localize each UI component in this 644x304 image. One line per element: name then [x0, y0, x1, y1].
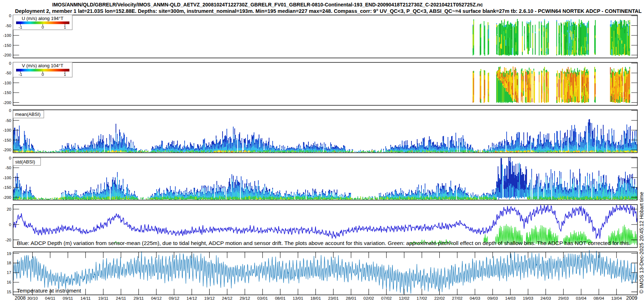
svg-text:Deployment 2, member 1 lat=21.: Deployment 2, member 1 lat=21.03S lon=15… — [15, 8, 641, 14]
svg-text:© IMOS 13-Dec-2025 20:45:12 Ho: © IMOS 13-Dec-2025 20:45:12 Hobart time — [639, 192, 644, 294]
svg-text:-150: -150 — [3, 185, 11, 190]
svg-text:1: 1 — [64, 72, 66, 77]
svg-text:18/01: 18/01 — [310, 296, 321, 301]
svg-text:09/11: 09/11 — [63, 296, 73, 301]
svg-text:19: 19 — [7, 251, 11, 256]
svg-text:14/03: 14/03 — [505, 296, 516, 301]
svg-text:Temperature at instrument: Temperature at instrument — [17, 288, 81, 294]
svg-text:-1: -1 — [19, 25, 22, 29]
svg-text:13/04: 13/04 — [611, 296, 622, 301]
svg-text:0: 0 — [9, 14, 11, 18]
svg-text:1: 1 — [64, 25, 66, 29]
svg-text:17/02: 17/02 — [416, 296, 427, 301]
svg-text:29/03: 29/03 — [558, 296, 569, 301]
svg-text:07/02: 07/02 — [381, 296, 392, 301]
svg-text:20: 20 — [7, 207, 11, 211]
svg-text:-50: -50 — [5, 24, 11, 28]
svg-text:-200: -200 — [3, 53, 11, 57]
svg-text:16: 16 — [7, 280, 11, 284]
svg-text:29/11: 29/11 — [133, 296, 144, 301]
svg-text:0: 0 — [9, 156, 11, 160]
svg-text:24/11: 24/11 — [116, 296, 126, 301]
svg-text:2008: 2008 — [15, 295, 26, 301]
svg-text:0: 0 — [42, 72, 44, 77]
svg-text:-50: -50 — [5, 166, 11, 170]
svg-text:12/02: 12/02 — [399, 296, 410, 301]
svg-text:-200: -200 — [3, 100, 11, 105]
svg-text:-100: -100 — [3, 176, 11, 180]
svg-text:-200: -200 — [3, 195, 11, 200]
svg-text:-100: -100 — [3, 33, 11, 38]
svg-text:14/11: 14/11 — [80, 296, 91, 301]
svg-text:22/02: 22/02 — [434, 296, 445, 301]
svg-text:0: 0 — [9, 108, 11, 113]
svg-text:-20: -20 — [5, 238, 11, 242]
svg-text:14/12: 14/12 — [186, 296, 197, 301]
svg-text:-1: -1 — [19, 72, 22, 77]
svg-text:V (m/s) along 104°T: V (m/s) along 104°T — [22, 63, 63, 68]
svg-text:-50: -50 — [5, 71, 11, 75]
svg-text:30/10: 30/10 — [27, 296, 38, 301]
svg-text:04/03: 04/03 — [470, 296, 480, 301]
svg-text:IMOS/ANMN/QLD/GBRELR/Velocity/: IMOS/ANMN/QLD/GBRELR/Velocity/IMOS_ANMN-… — [52, 2, 483, 8]
svg-text:24/12: 24/12 — [222, 296, 233, 301]
svg-text:-100: -100 — [3, 81, 11, 85]
svg-text:09/12: 09/12 — [169, 296, 180, 301]
svg-text:02/02: 02/02 — [364, 296, 374, 301]
svg-text:U (m/s) along 194°T: U (m/s) along 194°T — [22, 16, 64, 21]
svg-text:24/03: 24/03 — [541, 296, 551, 301]
svg-text:std(ABSI): std(ABSI) — [15, 159, 35, 165]
svg-text:15: 15 — [7, 290, 11, 294]
svg-text:08/01: 08/01 — [275, 296, 286, 301]
svg-text:-200: -200 — [3, 148, 11, 152]
svg-text:19/03: 19/03 — [523, 296, 533, 301]
svg-text:Blue: ADCP Depth (m) variation: Blue: ADCP Depth (m) variation from sens… — [17, 240, 630, 246]
svg-text:13/01: 13/01 — [293, 296, 303, 301]
svg-text:03/01: 03/01 — [257, 296, 268, 301]
svg-text:0: 0 — [42, 25, 44, 29]
svg-text:-100: -100 — [3, 128, 11, 132]
svg-text:08/04: 08/04 — [594, 296, 604, 301]
svg-text:mean(ABSI): mean(ABSI) — [15, 112, 41, 117]
svg-text:0: 0 — [9, 61, 11, 65]
svg-text:27/02: 27/02 — [452, 296, 463, 301]
svg-text:19/11: 19/11 — [98, 296, 108, 301]
svg-text:03/04: 03/04 — [576, 296, 587, 301]
svg-text:2009: 2009 — [626, 295, 638, 301]
svg-text:19/12: 19/12 — [204, 296, 215, 301]
svg-text:04/11: 04/11 — [45, 296, 55, 301]
svg-text:-150: -150 — [3, 43, 11, 48]
svg-text:-150: -150 — [3, 138, 11, 142]
svg-text:29/12: 29/12 — [240, 296, 250, 301]
svg-text:-150: -150 — [3, 90, 11, 95]
svg-text:28/01: 28/01 — [346, 296, 356, 301]
svg-text:04/12: 04/12 — [151, 296, 162, 301]
svg-text:23/01: 23/01 — [328, 296, 339, 301]
svg-text:-50: -50 — [5, 118, 11, 123]
svg-text:17: 17 — [7, 270, 11, 275]
svg-text:0: 0 — [9, 222, 11, 227]
svg-text:18: 18 — [7, 261, 11, 265]
svg-text:09/03: 09/03 — [487, 296, 498, 301]
